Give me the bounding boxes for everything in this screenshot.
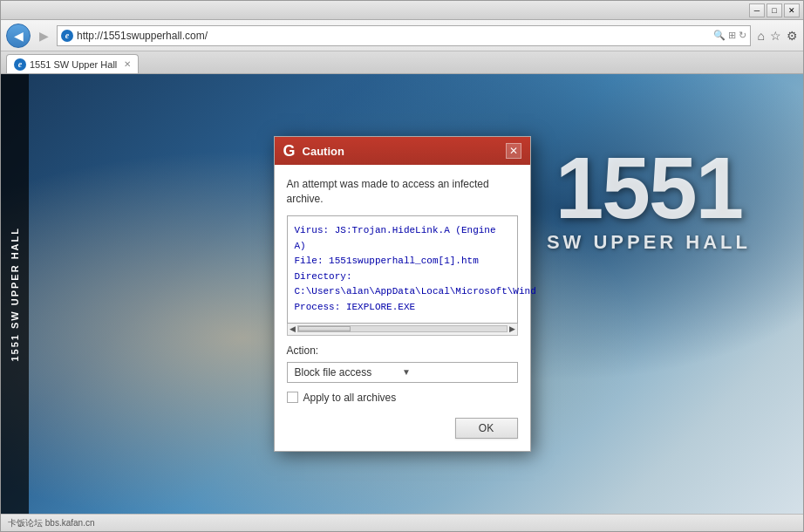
- search-icon: 🔍: [713, 30, 726, 41]
- ok-label: OK: [479, 422, 494, 434]
- scrollbar-left-arrow[interactable]: ◀: [290, 324, 296, 333]
- url-text: http://1551swupperhall.com/: [77, 30, 710, 42]
- tab-favicon: e: [14, 58, 26, 71]
- compat-icon: ⊞: [728, 30, 736, 41]
- file-line: File: 1551swupperhall_com[1].htm: [295, 254, 510, 269]
- address-bar[interactable]: e http://1551swupperhall.com/ 🔍 ⊞ ↻: [57, 25, 751, 46]
- address-bar-icons: 🔍 ⊞ ↻: [713, 30, 746, 41]
- dialog-body: An attempt was made to access an infecte…: [275, 165, 530, 413]
- close-window-button[interactable]: ✕: [784, 3, 800, 17]
- nav-bar: ◀ ▶ e http://1551swupperhall.com/ 🔍 ⊞ ↻ …: [1, 20, 803, 51]
- caution-dialog: G Caution ✕ An attempt was made to acces…: [274, 136, 531, 451]
- apply-all-checkbox[interactable]: [287, 392, 298, 403]
- title-bar: ─ □ ✕: [1, 1, 803, 20]
- home-icon[interactable]: ⌂: [758, 29, 765, 43]
- ok-button[interactable]: OK: [455, 418, 518, 439]
- tab-bar: e 1551 SW Upper Hall ✕: [1, 51, 803, 74]
- dropdown-arrow-icon: ▼: [402, 367, 510, 377]
- action-label: Action:: [287, 344, 518, 357]
- forward-button: ▶: [34, 26, 53, 45]
- tools-icon[interactable]: ⚙: [787, 29, 798, 43]
- status-text: 卡饭论坛 bbs.kafan.cn: [8, 517, 94, 529]
- page-content: 1551 SW UPPER HALL 1551 SW UPPER HALL G …: [1, 74, 803, 514]
- page-favicon: e: [61, 30, 73, 42]
- tab-label: 1551 SW Upper Hall: [30, 59, 117, 70]
- dialog-footer: OK: [275, 414, 530, 451]
- active-tab[interactable]: e 1551 SW Upper Hall ✕: [6, 54, 139, 73]
- dialog-details: Virus: JS:Trojan.HideLink.A (Engine A) F…: [287, 215, 518, 324]
- title-bar-buttons: ─ □ ✕: [749, 3, 800, 17]
- back-button[interactable]: ◀: [6, 24, 31, 48]
- details-scrollbar[interactable]: ◀ ▶: [287, 324, 518, 336]
- dialog-close-icon: ✕: [509, 145, 518, 157]
- minimize-button[interactable]: ─: [749, 3, 765, 17]
- dialog-title-text: Caution: [303, 145, 499, 158]
- forward-icon: ▶: [39, 29, 49, 43]
- dialog-message: An attempt was made to access an infecte…: [287, 177, 518, 207]
- status-bar: 卡饭论坛 bbs.kafan.cn: [1, 514, 803, 531]
- back-icon: ◀: [14, 29, 24, 43]
- virus-line: Virus: JS:Trojan.HideLink.A (Engine A): [295, 223, 510, 254]
- dialog-title-icon: G: [283, 142, 296, 160]
- scrollbar-thumb[interactable]: [298, 326, 351, 331]
- dialog-titlebar: G Caution ✕: [275, 137, 530, 165]
- apply-all-label: Apply to all archives: [303, 392, 397, 404]
- nav-right-icons: ⌂ ☆ ⚙: [758, 29, 798, 43]
- restore-button[interactable]: □: [767, 3, 782, 17]
- checkbox-row: Apply to all archives: [287, 392, 518, 404]
- browser-window: ─ □ ✕ ◀ ▶ e http://1551swupperhall.com/ …: [0, 0, 804, 532]
- refresh-icon[interactable]: ↻: [739, 30, 746, 41]
- dialog-overlay: G Caution ✕ An attempt was made to acces…: [1, 74, 803, 514]
- scrollbar-right-arrow[interactable]: ▶: [509, 324, 515, 333]
- dialog-close-button[interactable]: ✕: [506, 143, 521, 159]
- process-line: Process: IEXPLORE.EXE: [295, 300, 510, 316]
- action-section: Action: Block file access ▼: [287, 344, 518, 383]
- scrollbar-track[interactable]: [297, 325, 508, 332]
- favorites-icon[interactable]: ☆: [770, 29, 781, 43]
- tab-close-button[interactable]: ✕: [124, 59, 131, 69]
- directory-line: Directory: C:\Users\alan\AppData\Local\M…: [295, 269, 510, 300]
- action-dropdown[interactable]: Block file access ▼: [287, 362, 518, 383]
- action-value: Block file access: [295, 366, 403, 379]
